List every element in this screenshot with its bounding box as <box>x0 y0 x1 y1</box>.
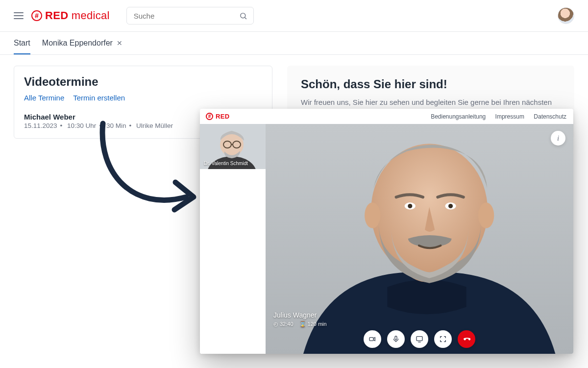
brand-logo-text: RED medical <box>45 9 110 22</box>
participant-name: Julius Wagner <box>273 311 327 319</box>
video-call-window: # RED Bedienungsanleitung Impressum Date… <box>200 109 573 354</box>
call-body: Dr. Valentin Schmidt <box>200 124 573 354</box>
camera-toggle-button[interactable] <box>364 330 381 348</box>
all-appointments-link[interactable]: Alle Termine <box>24 94 64 102</box>
welcome-title: Schön, dass Sie hier sind! <box>301 77 561 91</box>
svg-point-11 <box>478 202 494 228</box>
svg-rect-18 <box>416 337 422 341</box>
stopwatch-icon: ◴ <box>273 321 278 327</box>
tab-patient[interactable]: Monika Eppendorfer ✕ <box>42 39 122 54</box>
call-sidebar: Dr. Valentin Schmidt <box>200 124 266 354</box>
call-timers: ◴32:40 ⌛120 min <box>273 321 327 327</box>
screenshare-button[interactable] <box>411 330 428 348</box>
fullscreen-button[interactable] <box>434 330 452 348</box>
svg-rect-16 <box>369 338 373 341</box>
brand-logo-icon: # <box>31 10 42 21</box>
manual-link[interactable]: Bedienungsanleitung <box>431 113 486 120</box>
thumbnail-name: Dr. Valentin Schmidt <box>204 161 248 166</box>
user-avatar[interactable] <box>558 7 574 24</box>
topbar: # RED medical <box>0 0 588 32</box>
search-box[interactable] <box>126 7 254 25</box>
svg-point-15 <box>448 204 453 208</box>
appointments-title: Videotermine <box>24 75 262 89</box>
svg-point-0 <box>241 13 245 18</box>
call-header: # RED Bedienungsanleitung Impressum Date… <box>200 109 573 124</box>
call-header-links: Bedienungsanleitung Impressum Datenschut… <box>423 113 566 120</box>
close-icon[interactable]: ✕ <box>117 39 122 47</box>
info-button[interactable]: i <box>551 131 565 146</box>
search-input[interactable] <box>133 11 231 21</box>
tab-label: Monika Eppendorfer <box>42 39 113 48</box>
svg-point-10 <box>365 202 380 228</box>
menu-button[interactable] <box>14 12 24 19</box>
imprint-link[interactable]: Impressum <box>495 113 524 120</box>
tab-label: Start <box>14 39 30 48</box>
appointments-links: Alle Termine Termin erstellen <box>24 94 262 102</box>
hourglass-icon: ⌛ <box>299 321 306 327</box>
svg-point-13 <box>408 204 412 208</box>
call-overlay: Julius Wagner ◴32:40 ⌛120 min <box>273 311 327 327</box>
call-controls <box>364 330 475 348</box>
privacy-link[interactable]: Datenschutz <box>534 113 566 120</box>
search-icon <box>239 12 247 20</box>
microphone-toggle-button[interactable] <box>387 330 405 348</box>
tab-bar: Start Monika Eppendorfer ✕ <box>0 32 588 55</box>
brand-logo[interactable]: # RED medical <box>31 9 110 22</box>
create-appointment-link[interactable]: Termin erstellen <box>73 94 125 102</box>
call-brand-logo: # RED <box>206 113 230 120</box>
call-main-video: i Julius Wagner ◴32:40 ⌛120 min <box>266 124 573 354</box>
tab-start[interactable]: Start <box>14 39 30 54</box>
participant-thumbnail[interactable]: Dr. Valentin Schmidt <box>200 124 266 169</box>
svg-line-1 <box>245 17 246 19</box>
brand-logo-icon: # <box>206 113 213 120</box>
hangup-button[interactable] <box>458 330 475 348</box>
svg-rect-17 <box>395 336 397 340</box>
